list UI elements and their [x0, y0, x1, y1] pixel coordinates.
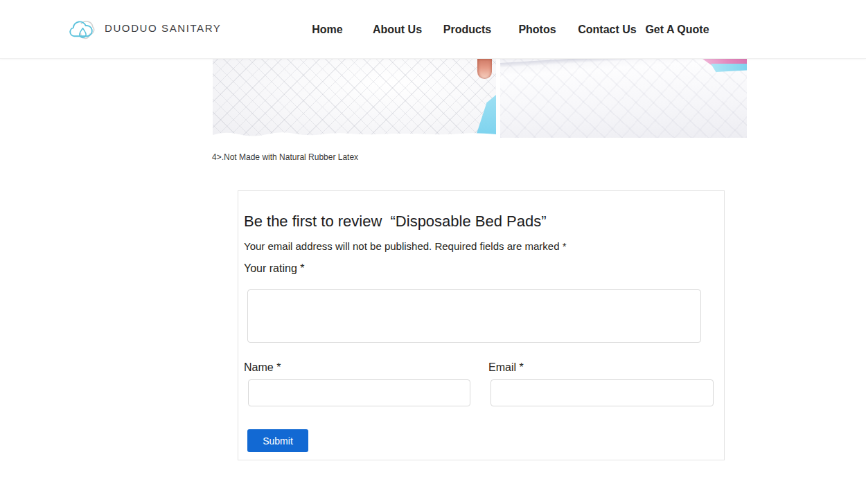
email-label: Email *: [488, 361, 524, 374]
main-nav: Home About Us Products Photos Contact Us…: [292, 0, 712, 59]
page: DUODUO SANITARY Home About Us Products P…: [0, 0, 866, 504]
finger-overlay: [477, 59, 492, 79]
nav-item-about-us[interactable]: About Us: [362, 24, 432, 36]
nav-item-home[interactable]: Home: [292, 24, 362, 36]
product-images-row: [213, 59, 747, 138]
nav-item-products[interactable]: Products: [432, 24, 502, 36]
logo-text: DUODUO SANITARY: [105, 22, 221, 34]
image-caption: 4>.Not Made with Natural Rubber Latex: [212, 152, 358, 162]
name-label: Name *: [244, 361, 281, 374]
nav-item-photos[interactable]: Photos: [502, 24, 572, 36]
site-header: DUODUO SANITARY Home About Us Products P…: [0, 0, 866, 59]
product-image-right: [500, 59, 747, 138]
review-notice: Your email address will not be published…: [244, 240, 567, 252]
product-image-left: [213, 59, 496, 138]
cyan-fabric-strip: [711, 64, 747, 72]
logo[interactable]: DUODUO SANITARY: [66, 12, 221, 44]
nav-item-contact-us[interactable]: Contact Us: [572, 24, 642, 36]
name-input[interactable]: [248, 379, 470, 406]
wavy-pad-edge: [213, 129, 496, 138]
review-comment-textarea[interactable]: [247, 289, 701, 343]
rating-label: Your rating *: [244, 262, 304, 275]
submit-button[interactable]: Submit: [247, 429, 308, 452]
review-form: Be the first to review “Disposable Bed P…: [238, 190, 725, 460]
email-input[interactable]: [491, 379, 714, 406]
review-heading: Be the first to review “Disposable Bed P…: [244, 213, 547, 231]
nav-item-get-a-quote[interactable]: Get A Quote: [642, 24, 712, 36]
logo-cloud-icon: [66, 12, 98, 44]
